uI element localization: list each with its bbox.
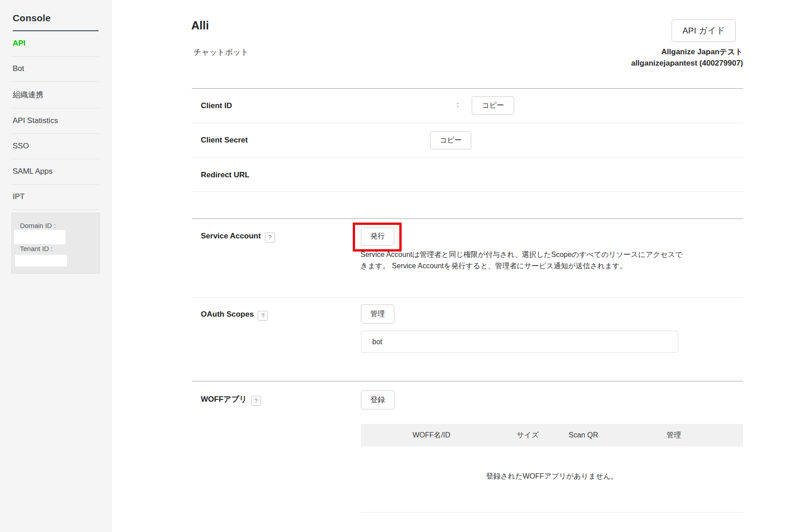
divider-row: [192, 297, 743, 298]
main-content: Alli API ガイド チャットボット Allganize Japanテスト …: [192, 0, 743, 532]
woff-apps-help-icon[interactable]: ?: [251, 396, 261, 406]
sidebar-item-org-link[interactable]: 組織連携: [13, 82, 99, 109]
sidebar-item-api-statistics[interactable]: API Statistics: [13, 109, 99, 134]
organization-id: allganizejapantest (400279907): [631, 57, 743, 69]
woff-col-size: サイズ: [516, 431, 539, 440]
woff-table-header: WOFF名/ID サイズ Scan QR 管理: [361, 424, 743, 446]
divider-row: [192, 123, 743, 123]
tenant-id-value: [15, 255, 67, 266]
woff-table-bottom-border: [361, 512, 743, 513]
console-title: Console: [13, 13, 51, 24]
woff-col-scan-qr: Scan QR: [569, 431, 598, 439]
oauth-scope-value: bot: [372, 338, 382, 346]
organization-info: Allganize Japanテスト allganizejapantest (4…: [631, 46, 743, 69]
sidebar-item-sso[interactable]: SSO: [13, 134, 99, 159]
app-type-subtitle: チャットボット: [194, 47, 249, 57]
sidebar-menu: API Bot 組織連携 API Statistics SSO SAML App…: [13, 31, 99, 210]
oauth-scopes-label: OAuth Scopes?: [201, 310, 268, 321]
client-id-value: :: [457, 101, 459, 109]
organization-name: Allganize Japanテスト: [631, 46, 743, 57]
sidebar-item-ipt[interactable]: IPT: [13, 185, 99, 210]
oauth-scopes-help-icon[interactable]: ?: [258, 311, 268, 321]
divider-table-top: [192, 88, 743, 89]
sidebar-item-saml-apps[interactable]: SAML Apps: [13, 159, 99, 185]
client-secret-copy-button[interactable]: コピー: [430, 131, 471, 149]
service-account-help-icon[interactable]: ?: [265, 233, 275, 242]
oauth-scopes-manage-button[interactable]: 管理: [361, 304, 394, 323]
woff-register-button[interactable]: 登録: [361, 390, 394, 409]
domain-id-value: [14, 230, 66, 244]
client-id-label: Client ID: [201, 101, 232, 110]
domain-tenant-panel: Domain ID : Tenant ID :: [11, 213, 100, 274]
api-guide-button[interactable]: API ガイド: [672, 19, 736, 42]
divider-section: [192, 218, 743, 219]
page-title: Alli: [191, 19, 209, 32]
oauth-scope-list: bot: [361, 331, 678, 353]
service-account-description: Service Accountは管理者と同じ権限が付与され、選択したScopeの…: [360, 249, 689, 271]
console-page: Console API Bot 組織連携 API Statistics SSO …: [0, 0, 805, 532]
woff-col-name-id: WOFF名/ID: [412, 431, 450, 440]
client-id-copy-button[interactable]: コピー: [472, 96, 514, 114]
sidebar: Console API Bot 組織連携 API Statistics SSO …: [0, 0, 112, 532]
woff-col-manage: 管理: [667, 431, 681, 440]
service-account-issue-button[interactable]: 発行: [361, 227, 394, 246]
service-account-label: Service Account?: [201, 232, 275, 242]
woff-apps-label: WOFFアプリ?: [201, 394, 261, 406]
woff-empty-message: 登録されたWOFFアプリがありません。: [361, 472, 743, 481]
sidebar-item-api[interactable]: API: [13, 31, 99, 57]
divider-row: [192, 191, 743, 192]
domain-id-label: Domain ID :: [20, 222, 56, 229]
client-secret-label: Client Secret: [201, 136, 248, 145]
sidebar-item-bot[interactable]: Bot: [13, 57, 99, 82]
divider-row: [192, 157, 743, 158]
issue-button-highlight-box: 発行: [353, 223, 402, 252]
divider-section: [192, 381, 743, 381]
tenant-id-label: Tenant ID :: [20, 245, 53, 252]
redirect-url-label: Redirect URL: [201, 171, 250, 180]
